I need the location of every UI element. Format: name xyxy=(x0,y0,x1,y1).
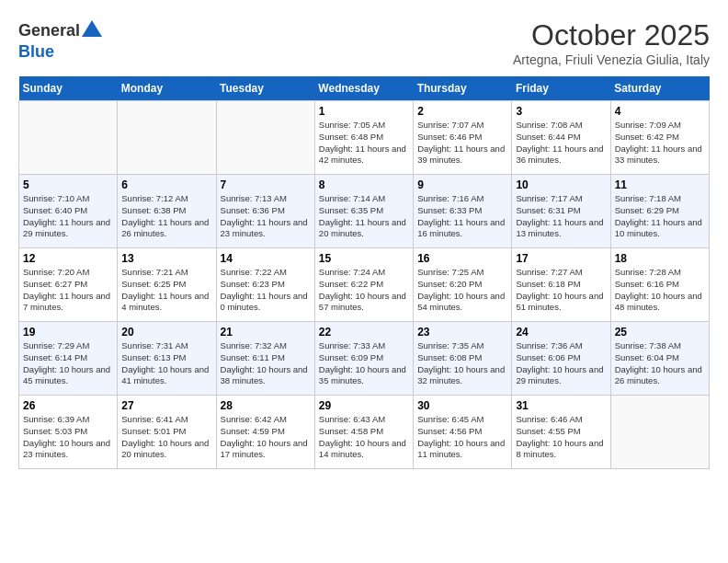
day-info: Sunrise: 7:38 AM Sunset: 6:04 PM Dayligh… xyxy=(615,340,705,387)
logo-icon xyxy=(82,18,102,39)
day-info: Sunrise: 6:42 AM Sunset: 4:59 PM Dayligh… xyxy=(221,414,311,461)
calendar-cell xyxy=(216,101,314,175)
day-info: Sunrise: 7:22 AM Sunset: 6:23 PM Dayligh… xyxy=(221,267,311,314)
day-info: Sunrise: 7:08 AM Sunset: 6:44 PM Dayligh… xyxy=(516,120,606,167)
day-info: Sunrise: 7:35 AM Sunset: 6:08 PM Dayligh… xyxy=(417,340,507,387)
calendar-cell: 19Sunrise: 7:29 AM Sunset: 6:14 PM Dayli… xyxy=(19,322,118,396)
day-number: 18 xyxy=(615,252,705,265)
day-number: 2 xyxy=(417,105,507,118)
day-number: 4 xyxy=(615,105,705,118)
calendar-cell: 13Sunrise: 7:21 AM Sunset: 6:25 PM Dayli… xyxy=(118,248,216,322)
logo-general-text: General xyxy=(18,21,80,40)
calendar-cell: 22Sunrise: 7:33 AM Sunset: 6:09 PM Dayli… xyxy=(314,322,413,396)
calendar-cell: 21Sunrise: 7:32 AM Sunset: 6:11 PM Dayli… xyxy=(216,322,314,396)
day-info: Sunrise: 7:31 AM Sunset: 6:13 PM Dayligh… xyxy=(121,340,211,387)
calendar-week-1: 1Sunrise: 7:05 AM Sunset: 6:48 PM Daylig… xyxy=(19,101,710,175)
day-info: Sunrise: 7:09 AM Sunset: 6:42 PM Dayligh… xyxy=(615,120,705,167)
day-info: Sunrise: 7:07 AM Sunset: 6:46 PM Dayligh… xyxy=(417,120,507,167)
day-number: 30 xyxy=(417,399,507,412)
day-header-saturday: Saturday xyxy=(610,76,709,101)
calendar-cell: 2Sunrise: 7:07 AM Sunset: 6:46 PM Daylig… xyxy=(414,101,512,175)
day-info: Sunrise: 7:17 AM Sunset: 6:31 PM Dayligh… xyxy=(516,193,606,240)
day-info: Sunrise: 7:24 AM Sunset: 6:22 PM Dayligh… xyxy=(319,267,409,314)
day-number: 23 xyxy=(417,326,507,339)
day-info: Sunrise: 7:10 AM Sunset: 6:40 PM Dayligh… xyxy=(23,193,113,240)
day-info: Sunrise: 7:13 AM Sunset: 6:36 PM Dayligh… xyxy=(221,193,311,240)
day-info: Sunrise: 6:39 AM Sunset: 5:03 PM Dayligh… xyxy=(23,414,113,461)
day-header-sunday: Sunday xyxy=(19,76,118,101)
day-number: 3 xyxy=(516,105,606,118)
day-info: Sunrise: 7:21 AM Sunset: 6:25 PM Dayligh… xyxy=(121,267,211,314)
calendar-cell xyxy=(19,101,118,175)
calendar-week-2: 5Sunrise: 7:10 AM Sunset: 6:40 PM Daylig… xyxy=(19,175,710,248)
day-header-friday: Friday xyxy=(512,76,610,101)
calendar-cell: 23Sunrise: 7:35 AM Sunset: 6:08 PM Dayli… xyxy=(414,322,512,396)
day-number: 11 xyxy=(615,178,705,191)
day-info: Sunrise: 6:41 AM Sunset: 5:01 PM Dayligh… xyxy=(121,414,211,461)
day-number: 1 xyxy=(319,105,409,118)
day-info: Sunrise: 7:14 AM Sunset: 6:35 PM Dayligh… xyxy=(319,193,409,240)
day-header-wednesday: Wednesday xyxy=(314,76,413,101)
calendar-cell: 24Sunrise: 7:36 AM Sunset: 6:06 PM Dayli… xyxy=(512,322,610,396)
calendar-cell: 28Sunrise: 6:42 AM Sunset: 4:59 PM Dayli… xyxy=(216,396,314,469)
calendar-cell: 20Sunrise: 7:31 AM Sunset: 6:13 PM Dayli… xyxy=(118,322,216,396)
page-header: General Blue October 2025 Artegna, Friul… xyxy=(18,18,710,67)
calendar-cell: 18Sunrise: 7:28 AM Sunset: 6:16 PM Dayli… xyxy=(610,248,709,322)
day-number: 31 xyxy=(516,399,606,412)
calendar-cell: 16Sunrise: 7:25 AM Sunset: 6:20 PM Dayli… xyxy=(414,248,512,322)
calendar-cell: 12Sunrise: 7:20 AM Sunset: 6:27 PM Dayli… xyxy=(19,248,118,322)
calendar-cell: 4Sunrise: 7:09 AM Sunset: 6:42 PM Daylig… xyxy=(610,101,709,175)
day-info: Sunrise: 6:46 AM Sunset: 4:55 PM Dayligh… xyxy=(516,414,606,461)
calendar-cell: 7Sunrise: 7:13 AM Sunset: 6:36 PM Daylig… xyxy=(216,175,314,248)
svg-marker-0 xyxy=(82,20,102,37)
day-info: Sunrise: 7:25 AM Sunset: 6:20 PM Dayligh… xyxy=(417,267,507,314)
day-number: 19 xyxy=(23,326,113,339)
day-number: 16 xyxy=(417,252,507,265)
day-info: Sunrise: 7:29 AM Sunset: 6:14 PM Dayligh… xyxy=(23,340,113,387)
calendar-cell: 29Sunrise: 6:43 AM Sunset: 4:58 PM Dayli… xyxy=(314,396,413,469)
day-info: Sunrise: 7:16 AM Sunset: 6:33 PM Dayligh… xyxy=(417,193,507,240)
day-number: 15 xyxy=(319,252,409,265)
day-number: 10 xyxy=(516,178,606,191)
calendar-cell: 15Sunrise: 7:24 AM Sunset: 6:22 PM Dayli… xyxy=(314,248,413,322)
day-number: 27 xyxy=(121,399,211,412)
day-header-thursday: Thursday xyxy=(414,76,512,101)
calendar-cell: 3Sunrise: 7:08 AM Sunset: 6:44 PM Daylig… xyxy=(512,101,610,175)
day-header-tuesday: Tuesday xyxy=(216,76,314,101)
day-info: Sunrise: 7:20 AM Sunset: 6:27 PM Dayligh… xyxy=(23,267,113,314)
day-number: 5 xyxy=(23,178,113,191)
calendar-cell: 1Sunrise: 7:05 AM Sunset: 6:48 PM Daylig… xyxy=(314,101,413,175)
calendar-cell: 11Sunrise: 7:18 AM Sunset: 6:29 PM Dayli… xyxy=(610,175,709,248)
day-info: Sunrise: 7:32 AM Sunset: 6:11 PM Dayligh… xyxy=(221,340,311,387)
day-info: Sunrise: 7:05 AM Sunset: 6:48 PM Dayligh… xyxy=(319,120,409,167)
month-title: October 2025 xyxy=(513,18,710,52)
day-number: 28 xyxy=(221,399,311,412)
days-header-row: SundayMondayTuesdayWednesdayThursdayFrid… xyxy=(19,76,710,101)
calendar-cell: 14Sunrise: 7:22 AM Sunset: 6:23 PM Dayli… xyxy=(216,248,314,322)
day-info: Sunrise: 7:18 AM Sunset: 6:29 PM Dayligh… xyxy=(615,193,705,240)
day-number: 8 xyxy=(319,178,409,191)
day-number: 26 xyxy=(23,399,113,412)
day-number: 29 xyxy=(319,399,409,412)
title-block: October 2025 Artegna, Friuli Venezia Giu… xyxy=(513,18,710,67)
calendar-cell: 9Sunrise: 7:16 AM Sunset: 6:33 PM Daylig… xyxy=(414,175,512,248)
day-number: 7 xyxy=(221,178,311,191)
calendar-cell: 30Sunrise: 6:45 AM Sunset: 4:56 PM Dayli… xyxy=(414,396,512,469)
calendar-cell: 25Sunrise: 7:38 AM Sunset: 6:04 PM Dayli… xyxy=(610,322,709,396)
calendar-cell: 8Sunrise: 7:14 AM Sunset: 6:35 PM Daylig… xyxy=(314,175,413,248)
logo: General Blue xyxy=(18,18,102,62)
calendar-week-4: 19Sunrise: 7:29 AM Sunset: 6:14 PM Dayli… xyxy=(19,322,710,396)
day-number: 9 xyxy=(417,178,507,191)
day-number: 24 xyxy=(516,326,606,339)
day-info: Sunrise: 7:36 AM Sunset: 6:06 PM Dayligh… xyxy=(516,340,606,387)
day-number: 21 xyxy=(221,326,311,339)
calendar-week-3: 12Sunrise: 7:20 AM Sunset: 6:27 PM Dayli… xyxy=(19,248,710,322)
day-number: 22 xyxy=(319,326,409,339)
calendar-cell: 31Sunrise: 6:46 AM Sunset: 4:55 PM Dayli… xyxy=(512,396,610,469)
location: Artegna, Friuli Venezia Giulia, Italy xyxy=(513,52,710,67)
day-info: Sunrise: 7:12 AM Sunset: 6:38 PM Dayligh… xyxy=(121,193,211,240)
day-number: 6 xyxy=(121,178,211,191)
day-number: 25 xyxy=(615,326,705,339)
calendar-cell: 26Sunrise: 6:39 AM Sunset: 5:03 PM Dayli… xyxy=(19,396,118,469)
day-info: Sunrise: 7:27 AM Sunset: 6:18 PM Dayligh… xyxy=(516,267,606,314)
